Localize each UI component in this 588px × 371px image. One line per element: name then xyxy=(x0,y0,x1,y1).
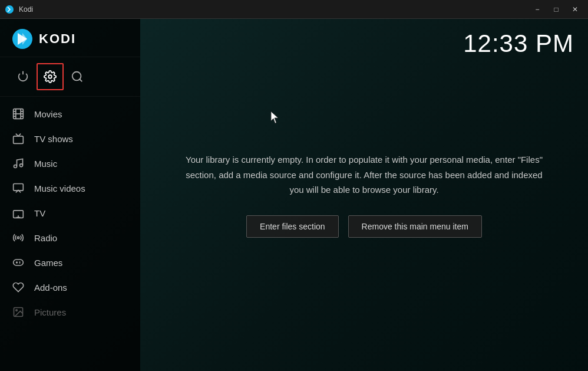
kodi-title-icon xyxy=(5,5,14,14)
kodi-emblem-icon xyxy=(12,28,33,50)
search-button[interactable] xyxy=(64,63,91,90)
power-button[interactable] xyxy=(9,63,37,90)
action-buttons: Enter files section Remove this main men… xyxy=(181,215,547,238)
svg-point-19 xyxy=(17,237,19,238)
kodi-logo: KODI xyxy=(12,28,76,50)
svg-rect-14 xyxy=(14,136,24,144)
tv-icon xyxy=(12,206,25,219)
top-icons-bar xyxy=(0,57,140,97)
svg-rect-20 xyxy=(14,260,24,265)
radio-icon xyxy=(12,231,25,244)
pictures-icon xyxy=(12,306,25,319)
sidebar-item-movies[interactable]: Movies xyxy=(0,101,140,126)
nav-menu: Movies TV shows Music xyxy=(0,97,140,371)
enter-files-button[interactable]: Enter files section xyxy=(246,215,339,238)
settings-icon xyxy=(44,70,57,83)
radio-label: Radio xyxy=(34,233,57,243)
music-label: Music xyxy=(34,159,57,169)
tvshows-icon xyxy=(12,132,25,145)
music-icon xyxy=(12,157,25,170)
window-title: Kodi xyxy=(19,5,33,14)
sidebar-item-addons[interactable]: Add-ons xyxy=(0,275,140,300)
pictures-label: Pictures xyxy=(34,307,66,317)
main-content: 12:33 PM Your library is currently empty… xyxy=(140,19,588,371)
movies-icon xyxy=(12,107,25,120)
sidebar: KODI xyxy=(0,19,140,371)
empty-library-text: Your library is currently empty. In orde… xyxy=(181,152,547,198)
addons-icon xyxy=(12,281,25,294)
empty-library-panel: Your library is currently empty. In orde… xyxy=(158,152,570,238)
title-bar-left: Kodi xyxy=(5,5,33,14)
svg-point-15 xyxy=(14,165,17,168)
maximize-button[interactable]: □ xyxy=(548,3,564,16)
title-bar: Kodi − □ ✕ xyxy=(0,0,588,19)
clock-display: 12:33 PM xyxy=(463,29,574,58)
sidebar-item-games[interactable]: Games xyxy=(0,250,140,275)
svg-point-23 xyxy=(16,310,17,311)
sidebar-item-radio[interactable]: Radio xyxy=(0,225,140,250)
app-container: KODI xyxy=(0,19,588,371)
addons-label: Add-ons xyxy=(34,283,67,293)
close-button[interactable]: ✕ xyxy=(567,3,583,16)
games-icon xyxy=(12,256,25,269)
tvshows-label: TV shows xyxy=(34,134,73,144)
sidebar-item-tv[interactable]: TV xyxy=(0,201,140,225)
musicvideos-label: Music videos xyxy=(34,183,85,193)
svg-point-21 xyxy=(16,262,18,263)
sidebar-item-pictures[interactable]: Pictures xyxy=(0,300,140,324)
sidebar-item-musicvideos[interactable]: Music videos xyxy=(0,176,140,201)
power-icon xyxy=(16,70,29,83)
settings-button[interactable] xyxy=(37,63,64,90)
sidebar-item-music[interactable]: Music xyxy=(0,151,140,176)
movies-label: Movies xyxy=(34,109,62,119)
minimize-button[interactable]: − xyxy=(529,3,546,16)
kodi-wordmark: KODI xyxy=(39,31,76,47)
search-icon xyxy=(71,70,84,83)
remove-menu-item-button[interactable]: Remove this main menu item xyxy=(348,215,482,238)
games-label: Games xyxy=(34,258,62,268)
sidebar-item-tvshows[interactable]: TV shows xyxy=(0,126,140,151)
tv-label: TV xyxy=(34,208,45,218)
sidebar-header: KODI xyxy=(0,19,140,57)
title-bar-controls: − □ ✕ xyxy=(529,3,583,16)
svg-point-5 xyxy=(72,72,81,81)
musicvideos-icon xyxy=(12,182,25,195)
svg-point-4 xyxy=(48,75,52,78)
svg-point-16 xyxy=(20,164,23,167)
